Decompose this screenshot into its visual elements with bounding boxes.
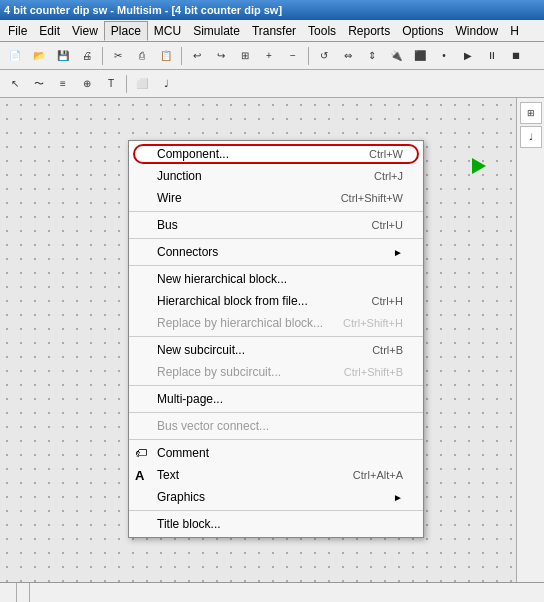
arrow-indicator [472,158,486,174]
stop-btn[interactable]: ⏹ [505,45,527,67]
menu-help[interactable]: H [504,22,525,40]
menu-item-connectors[interactable]: Connectors ► [129,241,423,263]
comment-icon: 🏷 [135,446,147,460]
run-btn[interactable]: ▶ [457,45,479,67]
right-toolbar: ⊞ ♩ [516,98,544,582]
sep-c [129,265,423,266]
sep-g [129,439,423,440]
component-shortcut: Ctrl+W [349,148,403,160]
wire-tool-btn[interactable]: 〜 [28,73,50,95]
main-area: Component... Ctrl+W Junction Ctrl+J Wire… [0,98,544,582]
menu-item-comment[interactable]: 🏷 Comment [129,442,423,464]
menu-item-multi-page[interactable]: Multi-page... [129,388,423,410]
dropdown-menu: Component... Ctrl+W Junction Ctrl+J Wire… [128,140,424,538]
menu-item-title-block[interactable]: Title block... [129,513,423,535]
graphics-label: Graphics [157,490,205,504]
component-label: Component... [157,147,229,161]
menu-reports[interactable]: Reports [342,22,396,40]
wire-btn[interactable]: ⬛ [409,45,431,67]
menu-item-new-hier-block[interactable]: New hierarchical block... [129,268,423,290]
extra2-btn[interactable]: ♩ [155,73,177,95]
connectors-label: Connectors [157,245,218,259]
sep-f [129,412,423,413]
menu-item-wire[interactable]: Wire Ctrl+Shift+W [129,187,423,209]
bus-tool-btn[interactable]: ≡ [52,73,74,95]
undo-btn[interactable]: ↩ [186,45,208,67]
menu-options[interactable]: Options [396,22,449,40]
sep3 [308,47,309,65]
right-btn-2[interactable]: ♩ [520,126,542,148]
cut-btn[interactable]: ✂ [107,45,129,67]
bus-vector-label: Bus vector connect... [157,419,269,433]
status-coords [17,583,30,602]
replace-subcircuit-shortcut: Ctrl+Shift+B [324,366,403,378]
select-btn[interactable]: ↖ [4,73,26,95]
menu-item-graphics[interactable]: Graphics ► [129,486,423,508]
menu-item-bus[interactable]: Bus Ctrl+U [129,214,423,236]
sep1 [102,47,103,65]
flip-v-btn[interactable]: ⇕ [361,45,383,67]
title-block-label: Title block... [157,517,221,531]
menu-item-new-subcircuit[interactable]: New subcircuit... Ctrl+B [129,339,423,361]
sep-d [129,336,423,337]
sep-e [129,385,423,386]
text-label: Text [157,468,179,482]
replace-hier-shortcut: Ctrl+Shift+H [323,317,403,329]
zoom-fit-btn[interactable]: ⊞ [234,45,256,67]
menu-window[interactable]: Window [450,22,505,40]
flip-h-btn[interactable]: ⇔ [337,45,359,67]
connectors-submenu-arrow: ► [393,247,403,258]
menu-item-hier-block-file[interactable]: Hierarchical block from file... Ctrl+H [129,290,423,312]
hier-block-file-label: Hierarchical block from file... [157,294,308,308]
text-icon: A [135,468,144,483]
menu-item-component[interactable]: Component... Ctrl+W [129,143,423,165]
zoom-out-btn[interactable]: − [282,45,304,67]
menu-item-text[interactable]: A Text Ctrl+Alt+A [129,464,423,486]
menu-place[interactable]: Place [104,21,148,41]
text-tool-btn[interactable]: T [100,73,122,95]
junction-shortcut: Ctrl+J [354,170,403,182]
save-btn[interactable]: 💾 [52,45,74,67]
menu-item-replace-subcircuit[interactable]: Replace by subcircuit... Ctrl+Shift+B [129,361,423,383]
menu-mcu[interactable]: MCU [148,22,187,40]
menu-item-replace-hier[interactable]: Replace by hierarchical block... Ctrl+Sh… [129,312,423,334]
menu-bar: File Edit View Place MCU Simulate Transf… [0,20,544,42]
junction-tool-btn[interactable]: ⊕ [76,73,98,95]
comment-label: Comment [157,446,209,460]
menu-transfer[interactable]: Transfer [246,22,302,40]
menu-view[interactable]: View [66,22,104,40]
component-place-btn[interactable]: 🔌 [385,45,407,67]
workspace[interactable]: Component... Ctrl+W Junction Ctrl+J Wire… [0,98,516,582]
menu-tools[interactable]: Tools [302,22,342,40]
new-subcircuit-label: New subcircuit... [157,343,245,357]
sep-a [129,211,423,212]
hier-block-file-shortcut: Ctrl+H [352,295,403,307]
menu-item-bus-vector[interactable]: Bus vector connect... [129,415,423,437]
menu-edit[interactable]: Edit [33,22,66,40]
print-btn[interactable]: 🖨 [76,45,98,67]
replace-subcircuit-label: Replace by subcircuit... [157,365,281,379]
redo-btn[interactable]: ↪ [210,45,232,67]
copy-btn[interactable]: ⎙ [131,45,153,67]
status-left [4,583,17,602]
sep4 [126,75,127,93]
title-text: 4 bit counter dip sw - Multisim - [4 bit… [4,4,282,16]
menu-simulate[interactable]: Simulate [187,22,246,40]
extra1-btn[interactable]: ⬜ [131,73,153,95]
pause-btn[interactable]: ⏸ [481,45,503,67]
sep-b [129,238,423,239]
place-menu: Component... Ctrl+W Junction Ctrl+J Wire… [128,140,424,538]
replace-hier-label: Replace by hierarchical block... [157,316,323,330]
sep-h [129,510,423,511]
multi-page-label: Multi-page... [157,392,223,406]
open-btn[interactable]: 📂 [28,45,50,67]
new-btn[interactable]: 📄 [4,45,26,67]
junction-btn[interactable]: • [433,45,455,67]
rotate-btn[interactable]: ↺ [313,45,335,67]
right-btn-1[interactable]: ⊞ [520,102,542,124]
wire-shortcut: Ctrl+Shift+W [321,192,403,204]
menu-file[interactable]: File [2,22,33,40]
zoom-in-btn[interactable]: + [258,45,280,67]
menu-item-junction[interactable]: Junction Ctrl+J [129,165,423,187]
paste-btn[interactable]: 📋 [155,45,177,67]
